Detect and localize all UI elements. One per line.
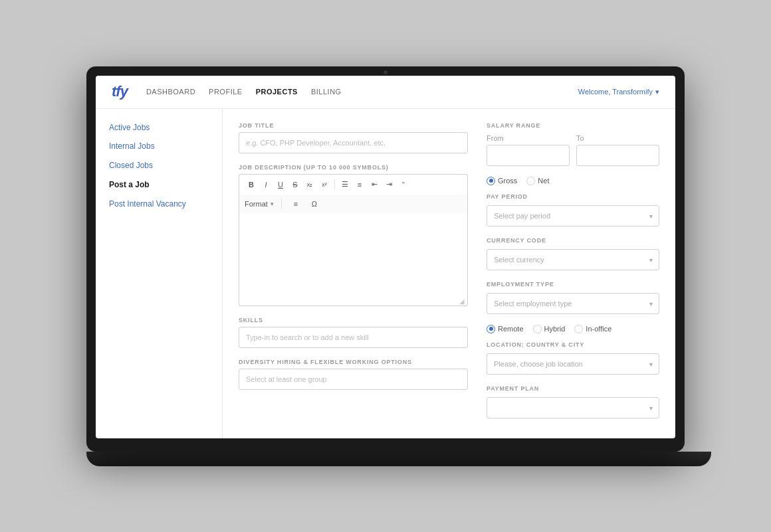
job-title-label: JOB TITLE: [239, 122, 468, 129]
sidebar-item-internal-jobs[interactable]: Internal Jobs: [109, 141, 209, 152]
hybrid-option[interactable]: Hybrid: [533, 325, 566, 333]
format-select-wrap: Format ▾: [245, 200, 274, 208]
hybrid-radio[interactable]: [533, 325, 542, 333]
rte-quote-btn[interactable]: ": [397, 178, 410, 191]
net-label: Net: [538, 177, 549, 185]
pay-period-label: Pay Period: [487, 193, 659, 200]
salary-to-label: To: [576, 134, 659, 142]
payment-plan-select[interactable]: [487, 397, 659, 418]
rte-bold-btn[interactable]: B: [245, 178, 258, 191]
gross-option[interactable]: Gross: [487, 177, 517, 185]
job-desc-group: JOB DESCRIPTION (UP TO 10 000 SYMBOLS) B…: [239, 164, 468, 306]
nav-projects[interactable]: PROJECTS: [256, 88, 298, 96]
rte-indent-btn[interactable]: ⇥: [382, 178, 395, 191]
salary-range-inputs: From To: [487, 134, 659, 166]
skills-label: SKILLS: [239, 317, 468, 323]
rte-toolbar: B I U S x₂ x² ☰ ≡ ⇤: [239, 174, 468, 195]
inoffice-option[interactable]: In-office: [574, 325, 611, 333]
net-option[interactable]: Net: [526, 177, 549, 185]
employment-type-select[interactable]: Select employment type: [487, 293, 659, 314]
rte-sub-btn[interactable]: x₂: [303, 178, 316, 191]
job-title-group: JOB TITLE: [239, 122, 468, 153]
remote-label: Remote: [498, 325, 524, 333]
sidebar-item-post-job[interactable]: Post a Job: [109, 179, 209, 191]
payment-plan-select-wrapper: ▾: [487, 397, 659, 418]
salary-to-input[interactable]: [576, 145, 659, 166]
employment-type-group: EMPLOYMENT TYPE Select employment type ▾: [487, 281, 659, 314]
inoffice-radio[interactable]: [574, 325, 583, 333]
remote-radio[interactable]: [487, 325, 495, 333]
form-right: SALARY RANGE From To: [487, 122, 659, 429]
pay-period-select-wrapper: Select pay period ▾: [487, 205, 659, 226]
salary-range-group: SALARY RANGE From To: [487, 122, 659, 166]
currency-group: Currency Code Select currency ▾: [487, 237, 659, 270]
gross-net-group: Gross Net: [487, 177, 659, 185]
rte-resize-handle[interactable]: ◢: [459, 298, 466, 304]
laptop-screen: tfy DASHBOARD PROFILE PROJECTS BILLING W…: [96, 76, 675, 438]
rte-sup-btn[interactable]: x²: [318, 178, 331, 191]
nav-welcome[interactable]: Welcome, Transformify ▾: [578, 88, 659, 96]
rte-body[interactable]: ◢: [239, 213, 468, 306]
logo: tfy: [112, 83, 128, 100]
pay-period-select[interactable]: Select pay period: [487, 205, 659, 226]
format-label: Format: [245, 200, 268, 208]
app-nav: tfy DASHBOARD PROFILE PROJECTS BILLING W…: [96, 76, 675, 109]
laptop-camera: [384, 70, 387, 74]
form-layout: JOB TITLE JOB DESCRIPTION (UP TO 10 000 …: [239, 122, 659, 429]
format-arrow-icon: ▾: [271, 201, 274, 207]
location-group: LOCATION: COUNTRY & CITY Please, choose …: [487, 341, 659, 375]
rte-strike-btn[interactable]: S: [288, 178, 302, 191]
rte-underline-btn[interactable]: U: [274, 178, 287, 191]
rte-italic-btn[interactable]: I: [259, 178, 273, 191]
nav-dashboard[interactable]: DASHBOARD: [146, 88, 195, 96]
job-title-input[interactable]: [239, 132, 468, 153]
rte-sep-1: [334, 179, 335, 190]
payment-plan-group: PAYMENT PLAN ▾: [487, 385, 659, 418]
nav-billing[interactable]: BILLING: [311, 88, 342, 96]
rte-align-btn[interactable]: ≡: [289, 197, 302, 211]
sidebar-item-active-jobs[interactable]: Active Jobs: [109, 122, 209, 133]
diversity-label: DIVERSITY HIRING & FLEXIBLE WORKING OPTI…: [239, 359, 468, 365]
laptop-body: tfy DASHBOARD PROFILE PROJECTS BILLING W…: [86, 66, 685, 452]
diversity-group: DIVERSITY HIRING & FLEXIBLE WORKING OPTI…: [239, 359, 468, 390]
rte-ol-btn[interactable]: ≡: [353, 178, 366, 191]
employment-type-select-wrapper: Select employment type ▾: [487, 293, 659, 314]
job-desc-label: JOB DESCRIPTION (UP TO 10 000 SYMBOLS): [239, 164, 468, 171]
app-content: Active Jobs Internal Jobs Closed Jobs Po…: [96, 109, 675, 438]
gross-radio[interactable]: [487, 177, 495, 185]
sidebar: Active Jobs Internal Jobs Closed Jobs Po…: [96, 109, 222, 438]
salary-from-input[interactable]: [487, 145, 570, 166]
nav-profile[interactable]: PROFILE: [209, 88, 243, 96]
payment-plan-label: PAYMENT PLAN: [487, 385, 659, 392]
laptop-base: [86, 452, 711, 466]
skills-input[interactable]: [239, 327, 468, 348]
salary-range-label: SALARY RANGE: [487, 122, 659, 129]
salary-from-label: From: [487, 134, 570, 142]
employment-type-label: EMPLOYMENT TYPE: [487, 281, 659, 288]
work-mode-group: Remote Hybrid In-office: [487, 325, 659, 333]
sidebar-item-closed-jobs[interactable]: Closed Jobs: [109, 160, 209, 171]
rte-sep-2: [281, 199, 282, 209]
net-radio[interactable]: [526, 177, 535, 185]
rte-format-bar: Format ▾ ≡ Ω: [239, 195, 468, 213]
sidebar-item-post-internal[interactable]: Post Internal Vacancy: [109, 199, 209, 210]
salary-to-group: To: [576, 134, 659, 166]
salary-from-group: From: [487, 134, 570, 166]
main-content: JOB TITLE JOB DESCRIPTION (UP TO 10 000 …: [222, 109, 675, 438]
location-label: LOCATION: COUNTRY & CITY: [487, 341, 659, 348]
diversity-input[interactable]: [239, 369, 468, 390]
rte-outdent-btn[interactable]: ⇤: [368, 178, 381, 191]
rte-ul-btn[interactable]: ☰: [338, 178, 352, 191]
currency-select-wrapper: Select currency ▾: [487, 249, 659, 270]
currency-select[interactable]: Select currency: [487, 249, 659, 270]
gross-label: Gross: [498, 177, 517, 185]
location-select[interactable]: Please, choose job location: [487, 353, 659, 375]
pay-period-group: Pay Period Select pay period ▾: [487, 193, 659, 226]
location-select-wrapper: Please, choose job location ▾: [487, 353, 659, 375]
rte-omega-btn[interactable]: Ω: [308, 197, 321, 211]
skills-group: SKILLS: [239, 317, 468, 348]
inoffice-label: In-office: [586, 325, 611, 333]
chevron-down-icon: ▾: [655, 88, 659, 96]
nav-links: DASHBOARD PROFILE PROJECTS BILLING: [146, 88, 342, 96]
remote-option[interactable]: Remote: [487, 325, 524, 333]
